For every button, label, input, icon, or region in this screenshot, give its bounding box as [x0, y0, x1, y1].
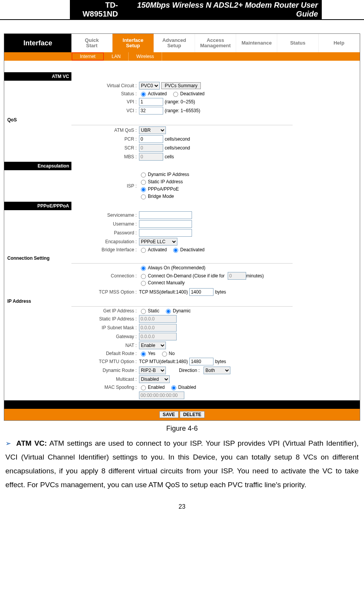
pvcs-summary-button[interactable]: PVCs Summary	[161, 82, 201, 89]
multicast-select[interactable]: Disabled	[139, 375, 170, 383]
nav-advanced-setup[interactable]: Advanced Setup	[154, 34, 195, 52]
multicast-label: Multicast :	[4, 377, 139, 382]
idle-minutes-input	[228, 272, 246, 280]
tcp-mtu-unit: bytes	[215, 359, 226, 364]
sub-nav-wireless[interactable]: Wireless	[129, 52, 162, 61]
dynamic-route-select[interactable]: RIP2-B	[139, 367, 166, 374]
nav-help[interactable]: Help	[319, 34, 360, 52]
nav-interface-setup[interactable]: Interface Setup	[113, 34, 154, 52]
tcp-mss-unit: bytes	[215, 289, 226, 295]
isp-pppoa-pppoe-radio[interactable]: PPPoA/PPPoE	[139, 186, 179, 192]
username-input[interactable]	[139, 220, 192, 228]
sub-nav-internet[interactable]: Internet	[72, 53, 104, 60]
section-ip-address: IP Address	[4, 297, 73, 305]
default-route-no-radio[interactable]: No	[160, 350, 175, 357]
subnet-input	[139, 324, 177, 332]
save-bar: SAVE DELETE	[4, 409, 360, 420]
vpi-hint: (range: 0~255)	[165, 99, 195, 105]
page-header: TD-W8951ND 150Mbps Wireless N ADSL2+ Mod…	[0, 0, 364, 20]
scr-unit: cells/second	[165, 145, 190, 151]
nav-access-management[interactable]: Access Management	[195, 34, 236, 52]
scr-label: SCR :	[4, 145, 139, 151]
status-activated-radio[interactable]: Activated	[139, 91, 167, 97]
mac-spoofing-label: MAC Spoofing :	[4, 385, 139, 390]
mac-address-input	[139, 392, 184, 399]
atm-qos-label: ATM QoS :	[4, 128, 139, 133]
nat-select[interactable]: Enable	[139, 342, 166, 349]
mbs-unit: cells	[165, 154, 174, 159]
connection-label: Connection :	[4, 273, 139, 279]
pcr-input[interactable]	[139, 135, 163, 143]
nat-label: NAT :	[4, 343, 139, 348]
subnet-label: IP Subnet Mask :	[4, 325, 139, 330]
nav-section-title: Interface	[4, 34, 71, 52]
dynamic-route-label: Dynamic Route :	[4, 368, 139, 373]
sub-nav-lan[interactable]: LAN	[104, 52, 129, 61]
gateway-input	[139, 333, 177, 340]
status-deactivated-radio[interactable]: Deactivated	[171, 91, 204, 97]
vci-label: VCI :	[4, 108, 139, 113]
encapsulation-label: Encapsulation :	[4, 239, 139, 244]
isp-dynamic-ip-radio[interactable]: Dynamic IP Address	[139, 171, 189, 178]
tcp-mss-input[interactable]	[189, 288, 213, 296]
section-atm-vc: ATM VC	[4, 72, 71, 81]
scr-input	[139, 144, 163, 152]
default-route-yes-radio[interactable]: Yes	[139, 350, 156, 357]
direction-select[interactable]: Both	[204, 367, 230, 374]
isp-label: ISP :	[4, 183, 139, 189]
connection-always-on-radio[interactable]: Always On (Recommended)	[139, 265, 205, 271]
vci-input[interactable]	[139, 107, 163, 114]
delete-button[interactable]: DELETE	[180, 411, 205, 418]
gateway-label: Gateway :	[4, 334, 139, 339]
section-encapsulation: Encapsulation	[4, 162, 71, 170]
tcp-mtu-prefix: TCP MTU(default:1480)	[139, 359, 188, 364]
get-ip-dynamic-radio[interactable]: Dynamic	[164, 308, 191, 314]
top-nav: Interface Quick Start Interface Setup Ad…	[4, 34, 360, 52]
get-ip-static-radio[interactable]: Static	[139, 308, 159, 314]
mac-spoof-enabled-radio[interactable]: Enabled	[139, 384, 165, 390]
description-text: ATM settings are used to connect to your…	[5, 439, 359, 489]
router-panel: Interface Quick Start Interface Setup Ad…	[4, 33, 360, 421]
section-qos: QoS	[4, 116, 73, 124]
nav-status[interactable]: Status	[277, 34, 318, 52]
get-ip-label: Get IP Address :	[4, 308, 139, 314]
pcr-unit: cells/second	[165, 136, 190, 142]
password-input[interactable]	[139, 229, 192, 237]
description-bold: ATM VC:	[16, 439, 47, 447]
connection-on-demand-radio[interactable]: Connect On-Demand (Close if idle for	[139, 273, 225, 279]
tcp-mss-prefix: TCP MSS(default:1400)	[139, 289, 188, 295]
save-button[interactable]: SAVE	[159, 411, 179, 418]
figure-caption: Figure 4-6	[0, 425, 364, 433]
status-label: Status :	[4, 91, 139, 96]
connection-manually-radio[interactable]: Connect Manually	[139, 280, 185, 286]
virtual-circuit-select[interactable]: PVC0	[139, 82, 160, 90]
servicename-input[interactable]	[139, 211, 192, 219]
bullet-icon: ➢	[5, 440, 11, 447]
tcp-mss-label: TCP MSS Option :	[4, 289, 139, 295]
white-band	[4, 61, 360, 72]
sub-nav: Internet LAN Wireless	[4, 52, 360, 61]
page-number: 23	[0, 503, 364, 510]
bottom-black-bar	[4, 400, 360, 409]
tcp-mtu-input[interactable]	[189, 358, 213, 365]
isp-static-ip-radio[interactable]: Static IP Address	[139, 179, 183, 185]
vci-hint: (range: 1~65535)	[165, 108, 200, 113]
virtual-circuit-label: Virtual Circuit :	[4, 83, 139, 88]
vpi-label: VPI :	[4, 99, 139, 105]
mac-spoof-disabled-radio[interactable]: Disabled	[169, 384, 196, 390]
sub-nav-spacer	[4, 52, 71, 61]
isp-bridge-mode-radio[interactable]: Bridge Mode	[139, 193, 174, 199]
bridge-activated-radio[interactable]: Activated	[139, 247, 167, 253]
servicename-label: Servicename :	[4, 212, 139, 218]
default-route-label: Default Route :	[4, 351, 139, 356]
encapsulation-select[interactable]: PPPoE LLC	[139, 238, 177, 246]
mbs-input	[139, 153, 163, 161]
description-paragraph: ➢ ATM VC: ATM settings are used to conne…	[5, 436, 359, 492]
nav-maintenance[interactable]: Maintenance	[236, 34, 277, 52]
nav-quick-start[interactable]: Quick Start	[71, 34, 113, 52]
atm-qos-select[interactable]: UBR	[139, 126, 166, 134]
vpi-input[interactable]	[139, 98, 163, 106]
bridge-deactivated-radio[interactable]: Deactivated	[171, 247, 204, 253]
direction-label: Direction :	[179, 368, 200, 373]
header-title: 150Mbps Wireless N ADSL2+ Modem Router U…	[120, 1, 318, 18]
